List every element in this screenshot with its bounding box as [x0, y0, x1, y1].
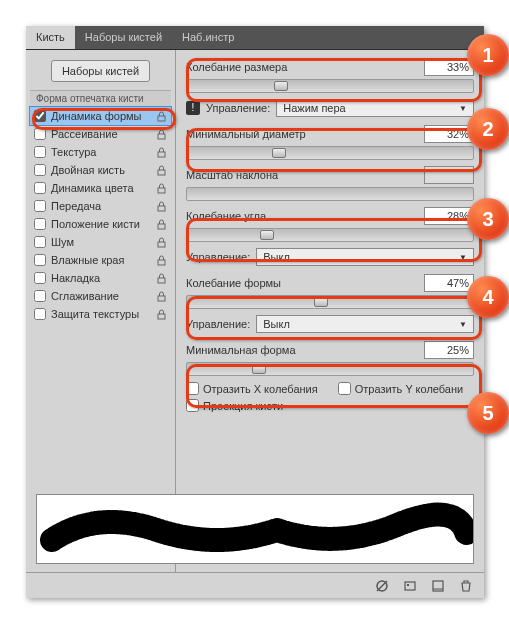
option-label: Шум	[51, 236, 151, 248]
option-label: Двойная кисть	[51, 164, 151, 176]
roundness-jitter-value[interactable]	[424, 274, 474, 292]
control-label-3: Управление:	[186, 318, 250, 330]
shape-header[interactable]: Форма отпечатка кисти	[30, 90, 171, 107]
brush-presets-button[interactable]: Наборы кистей	[51, 60, 150, 82]
tilt-scale-label: Масштаб наклона	[186, 169, 278, 181]
option-label: Рассеивание	[51, 128, 151, 140]
panel-footer	[26, 572, 484, 598]
sidebar-item-10[interactable]: Сглаживание	[30, 287, 171, 305]
svg-rect-1	[158, 134, 165, 139]
brush-panel: Кисть Наборы кистей Наб.инстр Наборы кис…	[26, 26, 484, 598]
option-checkbox[interactable]	[34, 164, 46, 176]
option-checkbox[interactable]	[34, 110, 46, 122]
min-roundness-value[interactable]	[424, 341, 474, 359]
control-select-3[interactable]: Выкл▼	[256, 315, 474, 333]
callout-3: 3	[467, 198, 509, 240]
control-select-1[interactable]: Нажим пера▼	[276, 99, 474, 117]
create-brush-icon[interactable]	[430, 578, 446, 594]
option-label: Положение кисти	[51, 218, 151, 230]
size-jitter-value[interactable]	[424, 58, 474, 76]
min-roundness-slider[interactable]	[186, 362, 474, 376]
tilt-scale-value	[424, 166, 474, 184]
option-label: Сглаживание	[51, 290, 151, 302]
tilt-scale-slider	[186, 187, 474, 201]
flip-x-checkbox[interactable]: Отразить X колебания	[186, 382, 318, 395]
flip-y-checkbox[interactable]: Отразить Y колебани	[338, 382, 464, 395]
tab-tools[interactable]: Наб.инстр	[172, 26, 244, 49]
option-label: Динамика формы	[51, 110, 151, 122]
svg-rect-11	[158, 314, 165, 319]
brush-preview	[36, 494, 474, 564]
control-label: Управление:	[206, 102, 270, 114]
sidebar-item-6[interactable]: Положение кисти	[30, 215, 171, 233]
sidebar-item-11[interactable]: Защита текстуры	[30, 305, 171, 323]
option-label: Защита текстуры	[51, 308, 151, 320]
tab-bar: Кисть Наборы кистей Наб.инстр	[26, 26, 484, 50]
svg-rect-2	[158, 152, 165, 157]
option-checkbox[interactable]	[34, 182, 46, 194]
min-diameter-label: Минимальный диаметр	[186, 128, 306, 140]
option-checkbox[interactable]	[34, 200, 46, 212]
option-checkbox[interactable]	[34, 218, 46, 230]
option-checkbox[interactable]	[34, 128, 46, 140]
trash-icon[interactable]	[458, 578, 474, 594]
option-checkbox[interactable]	[34, 308, 46, 320]
size-jitter-label: Колебание размера	[186, 61, 287, 73]
callout-5: 5	[467, 392, 509, 434]
sidebar-item-9[interactable]: Накладка	[30, 269, 171, 287]
option-checkbox[interactable]	[34, 290, 46, 302]
sidebar-item-2[interactable]: Текстура	[30, 143, 171, 161]
svg-rect-8	[158, 260, 165, 265]
svg-rect-5	[158, 206, 165, 211]
control-select-2[interactable]: Выкл▼	[256, 248, 474, 266]
roundness-jitter-label: Колебание формы	[186, 277, 281, 289]
svg-rect-7	[158, 242, 165, 247]
option-checkbox[interactable]	[34, 254, 46, 266]
option-checkbox[interactable]	[34, 146, 46, 158]
brush-projection-checkbox[interactable]: Проекция кисти	[186, 399, 283, 412]
svg-rect-15	[407, 584, 409, 586]
svg-rect-14	[405, 582, 415, 590]
sidebar-item-4[interactable]: Динамика цвета	[30, 179, 171, 197]
min-diameter-slider[interactable]	[186, 146, 474, 160]
svg-rect-3	[158, 170, 165, 175]
min-roundness-label: Минимальная форма	[186, 344, 296, 356]
svg-rect-9	[158, 278, 165, 283]
callout-2: 2	[467, 108, 509, 150]
tab-presets[interactable]: Наборы кистей	[75, 26, 172, 49]
tab-brush[interactable]: Кисть	[26, 26, 75, 49]
option-checkbox[interactable]	[34, 236, 46, 248]
option-label: Динамика цвета	[51, 182, 151, 194]
svg-rect-6	[158, 224, 165, 229]
warning-icon: !	[186, 101, 200, 115]
toggle-preview-icon[interactable]	[374, 578, 390, 594]
option-label: Текстура	[51, 146, 151, 158]
option-checkbox[interactable]	[34, 272, 46, 284]
size-jitter-slider[interactable]	[186, 79, 474, 93]
angle-jitter-label: Колебание угла	[186, 210, 266, 222]
option-label: Влажные края	[51, 254, 151, 266]
callout-1: 1	[467, 34, 509, 76]
svg-rect-4	[158, 188, 165, 193]
sidebar-item-8[interactable]: Влажные края	[30, 251, 171, 269]
roundness-jitter-slider[interactable]	[186, 295, 474, 309]
callout-4: 4	[467, 276, 509, 318]
control-label-2: Управление:	[186, 251, 250, 263]
sidebar-item-0[interactable]: Динамика формы	[30, 107, 171, 125]
new-preset-icon[interactable]	[402, 578, 418, 594]
sidebar-item-1[interactable]: Рассеивание	[30, 125, 171, 143]
angle-jitter-slider[interactable]	[186, 228, 474, 242]
svg-rect-0	[158, 116, 165, 121]
sidebar-item-7[interactable]: Шум	[30, 233, 171, 251]
sidebar-item-5[interactable]: Передача	[30, 197, 171, 215]
sidebar-item-3[interactable]: Двойная кисть	[30, 161, 171, 179]
option-label: Накладка	[51, 272, 151, 284]
svg-rect-10	[158, 296, 165, 301]
option-label: Передача	[51, 200, 151, 212]
